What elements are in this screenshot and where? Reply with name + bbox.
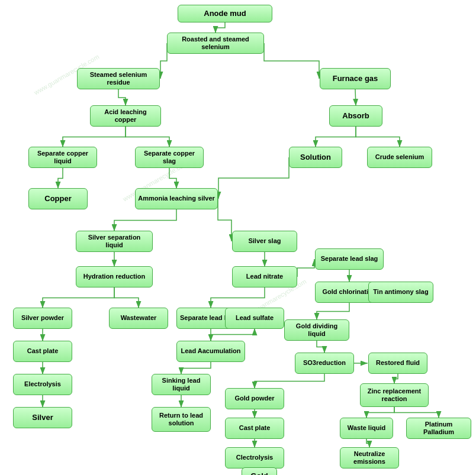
node-silver: Silver [13, 407, 72, 428]
node-zinc_replace: Zinc replacement reaction [360, 383, 429, 407]
node-crude_selenium: Crude selenium [367, 147, 432, 168]
node-sep_lead_slag: Separate lead slag [315, 248, 384, 270]
node-anode_mud: Anode mud [178, 5, 272, 22]
node-wastewater: Wastewater [109, 308, 168, 329]
node-silver_powder: Silver powder [13, 308, 72, 329]
node-lead_accumulation: Lead Aacumulation [176, 341, 245, 362]
node-furnace_gas: Furnace gas [320, 68, 391, 89]
node-hydration_red: Hydration reduction [76, 266, 153, 287]
node-absorb: Absorb [329, 105, 382, 127]
diagram: www.guanmarecycle.com www.guanmarecycle.… [0, 0, 476, 475]
node-sep_copper_liq: Separate copper liquid [28, 147, 97, 168]
node-gold: Gold [242, 467, 277, 475]
node-gold_powder: Gold powder [225, 388, 284, 409]
node-lead_sulfate: Lead sulfate [225, 308, 284, 329]
node-copper: Copper [28, 188, 88, 209]
node-platinum_palladium: Platinum Palladium [406, 418, 471, 439]
node-restored_fluid: Restored fluid [368, 353, 427, 374]
node-return_lead: Return to lead solution [152, 407, 211, 432]
node-neutralize: Neutralize emissions [340, 447, 399, 468]
node-so3_reduction: SO3reduction [295, 353, 354, 374]
node-tin_antimony: Tin antimony slag [368, 282, 433, 303]
node-acid_leaching: Acid leaching copper [90, 105, 161, 127]
node-clectrolysis2: Clectrolysis [225, 447, 284, 468]
node-electrolysis1: Electrolysis [13, 374, 72, 395]
node-steamed_residue: Steamed selenium residue [77, 68, 160, 89]
node-roasted: Roasted and steamed selenium [167, 33, 264, 54]
node-lead_nitrate: Lead nitrate [232, 266, 297, 287]
node-solution: Solution [289, 147, 342, 168]
node-silver_sep_liq: Silver separation liquid [76, 231, 153, 252]
node-cast_plate1: Cast plate [13, 341, 72, 362]
node-sep_copper_slag: Separate copper slag [135, 147, 204, 168]
node-cast_plate2: Cast plate [225, 418, 284, 439]
node-waste_liquid: Waste liquid [340, 418, 393, 439]
node-silver_slag: Silver slag [232, 231, 297, 252]
node-ammonia_leaching: Ammonia leaching silver [135, 188, 218, 209]
node-sinking_lead: Sinking lead liquid [152, 374, 211, 395]
node-gold_div_liq: Gold dividing liquid [284, 319, 349, 341]
